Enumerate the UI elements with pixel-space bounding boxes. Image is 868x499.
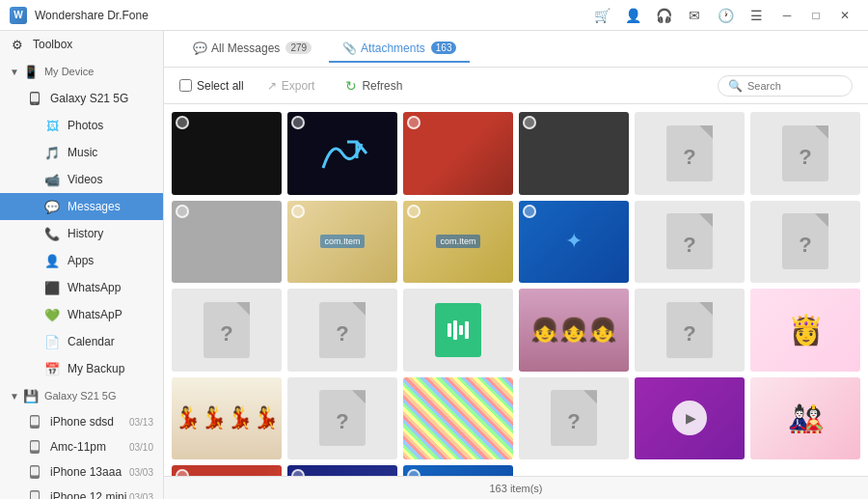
titlebar-icons: 🛒 👤 🎧 ✉ 🕐 ☰ — [594, 8, 764, 23]
backup-amc-icon — [27, 464, 42, 480]
export-button[interactable]: ↗ Export — [259, 75, 323, 97]
cart-icon[interactable]: 🛒 — [594, 8, 610, 23]
unknown-file-icon: ? — [319, 390, 366, 446]
backup-item-iphone13[interactable]: iPhone 12 mini 03/03 — [0, 485, 163, 499]
sidebar-item-calendar[interactable]: 📅 My Backup — [0, 355, 163, 382]
videos-label: Videos — [68, 173, 102, 186]
sidebar-item-whatsapp[interactable]: 💚 WhatsApP — [0, 301, 163, 328]
contacts-label: Apps — [68, 254, 94, 267]
unknown-file-icon: ? — [666, 302, 713, 358]
grid-item[interactable] — [403, 465, 513, 476]
grid-area: ? ? — [164, 104, 868, 476]
grid-item-inner: 💃💃💃💃 — [172, 377, 282, 460]
grid-item[interactable] — [403, 112, 513, 195]
whatsapp-icon: 💚 — [44, 307, 60, 322]
sidebar-section-mydevice[interactable]: ▼ 📱 My Device — [0, 58, 163, 85]
sidebar-item-files[interactable]: 📄 Calendar — [0, 328, 163, 355]
unknown-file-icon: ? — [782, 125, 828, 181]
user-icon[interactable]: 👤 — [625, 8, 640, 23]
grid-item[interactable]: 👧👧👧 — [519, 289, 629, 372]
grid-item[interactable]: ? — [750, 201, 860, 284]
select-all-label[interactable]: Select all — [179, 79, 244, 93]
grid-item[interactable] — [287, 465, 397, 476]
search-box[interactable]: 🔍 — [718, 75, 853, 97]
attachments-icon: 📎 — [342, 42, 357, 55]
svg-rect-4 — [31, 417, 39, 426]
search-icon: 🔍 — [728, 79, 743, 93]
app-logo: W — [10, 7, 27, 24]
backup-iphone13-date: 03/03 — [129, 492, 153, 500]
sidebar-item-callhistory[interactable]: 📞 History — [0, 220, 163, 247]
tab-all-messages[interactable]: 💬 All Messages 279 — [179, 36, 325, 63]
toolbox-label: Toolbox — [33, 38, 72, 51]
grid-item[interactable]: ✦ — [519, 201, 629, 284]
whatsapp-label: WhatsApP — [68, 308, 122, 321]
sidebar-item-toolbox[interactable]: ⚙ Toolbox — [0, 31, 163, 58]
sidebar-item-videos[interactable]: 📹 Videos — [0, 166, 163, 193]
select-all-checkbox[interactable] — [179, 79, 192, 92]
search-input[interactable] — [747, 80, 842, 92]
grid-item[interactable] — [287, 112, 397, 195]
unknown-file-icon: ? — [666, 213, 713, 269]
tab-attachments[interactable]: 📎 Attachments 163 — [329, 36, 470, 63]
sidebar-item-messages[interactable]: 💬 Messages — [0, 193, 163, 220]
grid-item[interactable] — [635, 377, 745, 460]
sidebar-item-contacts[interactable]: 👤 Apps — [0, 247, 163, 274]
grid-item[interactable]: ? — [750, 112, 860, 195]
grid-item[interactable] — [172, 465, 282, 476]
callhistory-icon: 📞 — [44, 226, 60, 241]
videos-icon: 📹 — [44, 172, 60, 187]
svg-rect-8 — [31, 467, 39, 476]
grid-item[interactable]: 💃💃💃💃 — [172, 377, 282, 460]
history-icon[interactable]: 🕐 — [718, 8, 733, 23]
grid-item[interactable]: ? — [519, 377, 629, 460]
maximize-button[interactable]: □ — [802, 5, 829, 26]
all-messages-badge: 279 — [285, 42, 312, 54]
sidebar-item-apps[interactable]: ⬛ WhatsApp — [0, 274, 163, 301]
grid-item[interactable]: ? — [172, 289, 282, 372]
grid-item[interactable] — [403, 289, 513, 372]
sidebar-item-music[interactable]: 🎵 Music — [0, 139, 163, 166]
grid-item-inner: ? — [287, 377, 397, 460]
svg-rect-1 — [31, 94, 39, 102]
backup-iphone13-label: iPhone 12 mini — [50, 490, 126, 499]
grid-item[interactable]: com.Item — [287, 201, 397, 284]
close-button[interactable]: ✕ — [831, 5, 858, 26]
select-circle — [176, 116, 189, 129]
grid-item[interactable] — [519, 112, 629, 195]
backup-item-amc[interactable]: iPhone 13aaa 03/03 — [0, 459, 163, 485]
select-circle — [407, 205, 420, 218]
grid-item-inner: com.Item — [287, 201, 397, 284]
grid-item[interactable]: ? — [635, 289, 745, 372]
select-circle — [291, 205, 305, 218]
mail-icon[interactable]: ✉ — [687, 8, 702, 23]
grid-container: ? ? — [172, 112, 860, 476]
all-messages-icon: 💬 — [193, 42, 207, 55]
sidebar-item-photos[interactable]: 🖼 Photos — [0, 112, 163, 139]
grid-item[interactable] — [172, 201, 282, 284]
grid-item[interactable] — [403, 377, 513, 460]
sidebar-section-mybackup[interactable]: ▼ 💾 Galaxy S21 5G — [0, 382, 163, 409]
files-label: Calendar — [68, 335, 115, 348]
grid-item[interactable] — [172, 112, 282, 195]
music-icon: 🎵 — [44, 145, 60, 160]
backup-item-iphone-sdsd[interactable]: Amc-11pm 03/10 — [0, 434, 163, 459]
minimize-button[interactable]: ─ — [773, 5, 800, 26]
grid-item-inner: 👸 — [750, 289, 860, 372]
headset-icon[interactable]: 🎧 — [656, 8, 671, 23]
grid-item-inner — [172, 465, 282, 476]
grid-item[interactable]: ? — [635, 112, 745, 195]
grid-item[interactable]: ? — [287, 377, 397, 460]
menu-icon[interactable]: ☰ — [748, 8, 764, 23]
refresh-button[interactable]: ↻ Refresh — [338, 74, 410, 97]
calendar-icon: 📅 — [44, 361, 60, 376]
grid-item[interactable]: 🎎 — [750, 377, 860, 460]
grid-item[interactable]: 👸 — [750, 289, 860, 372]
grid-item[interactable]: ? — [287, 289, 397, 372]
grid-item-inner — [403, 377, 513, 460]
backup-item-galaxy[interactable]: iPhone sdsd 03/13 — [0, 409, 163, 434]
grid-item-inner: com.Item — [403, 201, 513, 284]
sidebar-item-galaxy[interactable]: Galaxy S21 5G — [0, 85, 163, 112]
grid-item[interactable]: ? — [635, 201, 745, 284]
grid-item[interactable]: com.Item — [403, 201, 513, 284]
